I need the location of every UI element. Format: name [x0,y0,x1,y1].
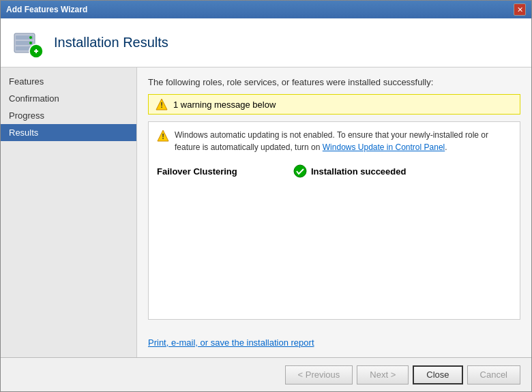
warning-detail-row: ! Windows automatic updating is not enab… [157,129,512,153]
next-button[interactable]: Next > [357,365,409,385]
result-status: Installation succeeded [293,164,406,178]
result-status-label: Installation succeeded [311,166,406,177]
sidebar-item-confirmation[interactable]: Confirmation [1,90,136,107]
warning-detail-text: Windows automatic updating is not enable… [175,129,512,153]
svg-rect-8 [35,49,37,53]
success-icon [293,164,307,178]
close-button[interactable]: Close [413,365,462,385]
warning-count: 1 warning message below [173,100,276,110]
sidebar-item-progress[interactable]: Progress [1,107,136,124]
info-box: ! Windows automatic updating is not enab… [148,121,520,320]
content-area: The following roles, role services, or f… [137,67,531,357]
cancel-button[interactable]: Cancel [467,365,520,385]
windows-update-link[interactable]: Windows Update in Control Panel [323,142,445,152]
sidebar: Features Confirmation Progress Results [1,67,137,357]
warning-banner-icon: ! [156,98,168,110]
warning-banner: ! 1 warning message below [148,94,520,115]
result-label: Failover Clustering [157,166,293,177]
result-row: Failover Clustering Installation succeed… [157,162,512,181]
footer: < Previous Next > Close Cancel [1,357,531,391]
header-section: Installation Results [1,18,531,67]
page-title: Installation Results [54,35,168,50]
success-message: The following roles, role services, or f… [148,77,520,87]
svg-point-13 [294,165,306,177]
link-area: Print, e-mail, or save the installation … [148,333,520,348]
wizard-header-icon [12,27,44,59]
sidebar-item-features[interactable]: Features [1,73,136,90]
sidebar-item-results[interactable]: Results [1,124,136,141]
svg-text:!: ! [160,101,163,109]
report-link[interactable]: Print, e-mail, or save the installation … [148,337,314,348]
svg-point-4 [29,36,32,39]
window-title: Add Features Wizard [6,5,87,14]
wizard-window: Add Features Wizard ✕ Installation Resul… [0,0,532,392]
svg-text:!: ! [162,132,164,140]
title-bar: Add Features Wizard ✕ [1,1,531,18]
svg-point-5 [29,42,32,44]
main-content: Features Confirmation Progress Results T… [1,67,531,357]
warning-detail-icon: ! [157,130,169,142]
previous-button[interactable]: < Previous [285,365,353,385]
close-icon[interactable]: ✕ [514,3,526,16]
